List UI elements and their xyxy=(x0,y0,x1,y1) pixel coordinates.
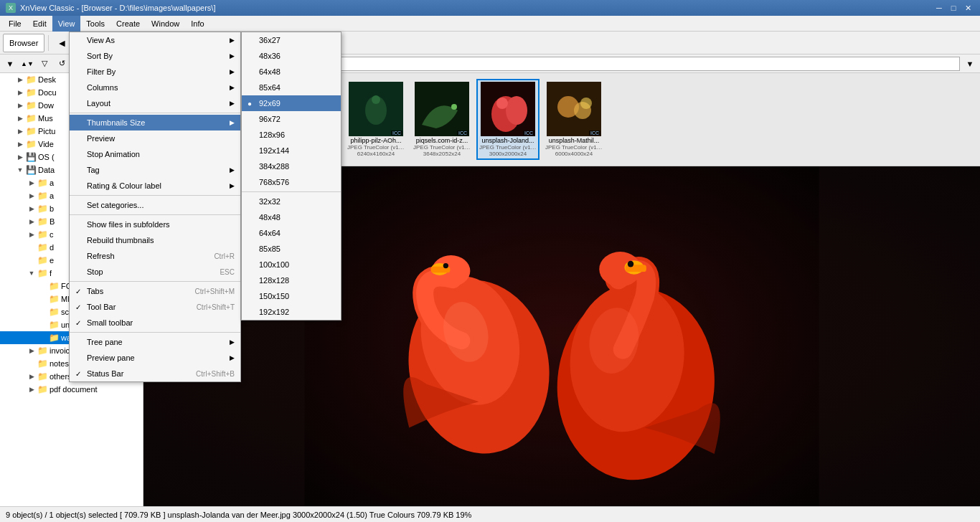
label: 384x288 xyxy=(259,162,335,171)
menu-stop-animation[interactable]: Stop Animation xyxy=(70,146,240,162)
menu-layout[interactable]: Layout ▶ xyxy=(70,95,240,111)
menu-thumbnails-size[interactable]: Thumbnails Size ▶ xyxy=(70,115,240,130)
size-48x48[interactable]: 48x48 xyxy=(242,209,341,225)
menu-rebuild-thumbnails[interactable]: Rebuild thumbnails xyxy=(70,232,240,248)
shortcut: Ctrl+R xyxy=(214,252,235,260)
thumbnails-size-submenu: 36x27 48x36 64x48 85x64 ● 92x69 96x72 12… xyxy=(241,32,341,321)
label: Rating & Colour label xyxy=(87,181,227,190)
label: 92x69 xyxy=(259,99,335,108)
size-192x144[interactable]: 192x144 xyxy=(242,143,341,158)
label: 64x64 xyxy=(259,229,335,237)
label: 128x128 xyxy=(259,276,335,285)
size-64x48[interactable]: 64x48 xyxy=(242,64,341,80)
sep2 xyxy=(70,195,240,196)
label: Show files in subfolders xyxy=(87,220,235,229)
size-32x32[interactable]: 32x32 xyxy=(242,194,341,209)
label: 85x64 xyxy=(259,83,335,92)
label: 150x150 xyxy=(259,292,335,300)
menu-filter-by[interactable]: Filter By ▶ xyxy=(70,64,240,80)
menu-columns[interactable]: Columns ▶ xyxy=(70,80,240,95)
arrow-icon: ▶ xyxy=(230,166,235,174)
menu-tag[interactable]: Tag ▶ xyxy=(70,162,240,178)
label: View As xyxy=(87,36,227,44)
size-64x64[interactable]: 64x64 xyxy=(242,225,341,241)
label: 32x32 xyxy=(259,197,335,206)
label: 85x85 xyxy=(259,245,335,253)
radio: ● xyxy=(248,100,259,108)
menu-stop[interactable]: Stop ESC xyxy=(70,264,240,280)
menu-show-subfolders[interactable]: Show files in subfolders xyxy=(70,217,240,232)
label: 48x36 xyxy=(259,52,335,60)
label: 128x96 xyxy=(259,130,335,139)
label: Preview xyxy=(87,134,235,143)
menu-view-as[interactable]: View As ▶ xyxy=(70,32,240,48)
arrow-icon: ▶ xyxy=(230,354,235,361)
size-85x64[interactable]: 85x64 xyxy=(242,80,341,95)
size-96x72[interactable]: 96x72 xyxy=(242,111,341,127)
menu-sort-by[interactable]: Sort By ▶ xyxy=(70,48,240,64)
size-192x192[interactable]: 192x192 xyxy=(242,304,341,320)
label: Status Bar xyxy=(87,369,190,378)
label: Small toolbar xyxy=(87,318,235,327)
sep-sub xyxy=(242,191,341,192)
arrow-icon: ▶ xyxy=(230,119,235,126)
label: Rebuild thumbnails xyxy=(87,236,235,245)
label: Filter By xyxy=(87,67,227,76)
size-48x36[interactable]: 48x36 xyxy=(242,48,341,64)
menu-set-categories[interactable]: Set categories... xyxy=(70,197,240,213)
arrow-icon: ▶ xyxy=(230,52,235,60)
label: Sort By xyxy=(87,52,227,60)
label: 36x27 xyxy=(259,36,335,44)
label: Preview pane xyxy=(87,353,227,362)
label: 64x48 xyxy=(259,67,335,76)
shortcut: Ctrl+Shift+B xyxy=(196,370,235,378)
menu-tabs[interactable]: ✓ Tabs Ctrl+Shift+M xyxy=(70,283,240,299)
label: 768x576 xyxy=(259,178,335,186)
menu-tree-pane[interactable]: Tree pane ▶ xyxy=(70,334,240,350)
label: Tool Bar xyxy=(87,303,191,311)
menu-preview[interactable]: Preview xyxy=(70,130,240,146)
size-768x576[interactable]: 768x576 xyxy=(242,174,341,190)
label: Refresh xyxy=(87,252,208,260)
menu-preview-pane[interactable]: Preview pane ▶ xyxy=(70,350,240,366)
size-128x96[interactable]: 128x96 xyxy=(242,127,341,143)
label: Tag xyxy=(87,166,227,174)
check: ✓ xyxy=(75,319,87,327)
label: Stop xyxy=(87,267,214,276)
sep1 xyxy=(70,113,240,113)
arrow-icon: ▶ xyxy=(230,100,235,107)
label: Thumbnails Size xyxy=(87,118,227,127)
label: Columns xyxy=(87,83,227,92)
arrow-icon: ▶ xyxy=(230,338,235,346)
size-36x27[interactable]: 36x27 xyxy=(242,32,341,48)
label: Set categories... xyxy=(87,201,235,209)
sep4 xyxy=(70,281,240,282)
menu-status-bar[interactable]: ✓ Status Bar Ctrl+Shift+B xyxy=(70,366,240,381)
shortcut: ESC xyxy=(220,268,235,276)
menu-refresh[interactable]: Refresh Ctrl+R xyxy=(70,248,240,264)
check: ✓ xyxy=(75,288,87,295)
size-100x100[interactable]: 100x100 xyxy=(242,257,341,272)
check: ✓ xyxy=(75,303,87,311)
sep5 xyxy=(70,332,240,333)
size-92x69[interactable]: ● 92x69 xyxy=(242,95,341,111)
label: Tabs xyxy=(87,287,189,295)
menu-overlay[interactable]: View As ▶ Sort By ▶ Filter By ▶ Columns … xyxy=(0,0,980,522)
sep3 xyxy=(70,214,240,215)
label: Stop Animation xyxy=(87,150,235,158)
size-128x128[interactable]: 128x128 xyxy=(242,272,341,288)
arrow-icon: ▶ xyxy=(230,68,235,75)
size-384x288[interactable]: 384x288 xyxy=(242,158,341,174)
shortcut: Ctrl+Shift+M xyxy=(194,288,235,295)
check: ✓ xyxy=(75,370,87,378)
label: 96x72 xyxy=(259,115,335,123)
arrow-icon: ▶ xyxy=(230,182,235,189)
view-menu: View As ▶ Sort By ▶ Filter By ▶ Columns … xyxy=(69,32,241,382)
size-150x150[interactable]: 150x150 xyxy=(242,288,341,304)
menu-small-toolbar[interactable]: ✓ Small toolbar xyxy=(70,315,240,331)
label: Layout xyxy=(87,99,227,108)
arrow-icon: ▶ xyxy=(230,84,235,91)
size-85x85[interactable]: 85x85 xyxy=(242,241,341,257)
menu-rating-colour[interactable]: Rating & Colour label ▶ xyxy=(70,178,240,194)
menu-toolbar[interactable]: ✓ Tool Bar Ctrl+Shift+T xyxy=(70,299,240,315)
